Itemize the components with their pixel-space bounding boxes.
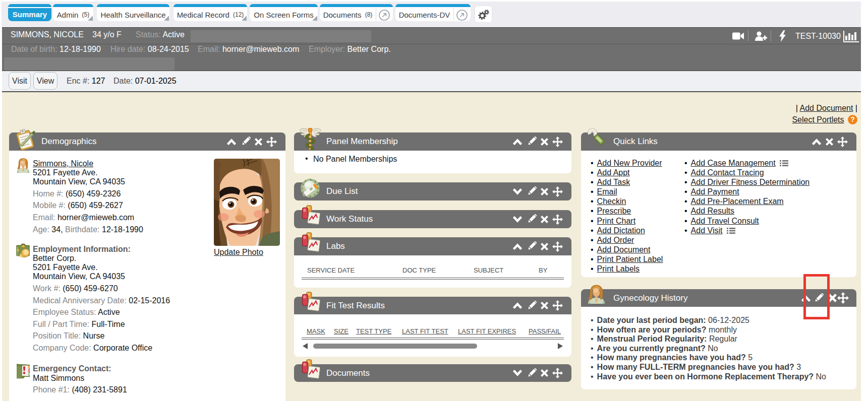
svg-text:?: ? bbox=[850, 115, 855, 123]
